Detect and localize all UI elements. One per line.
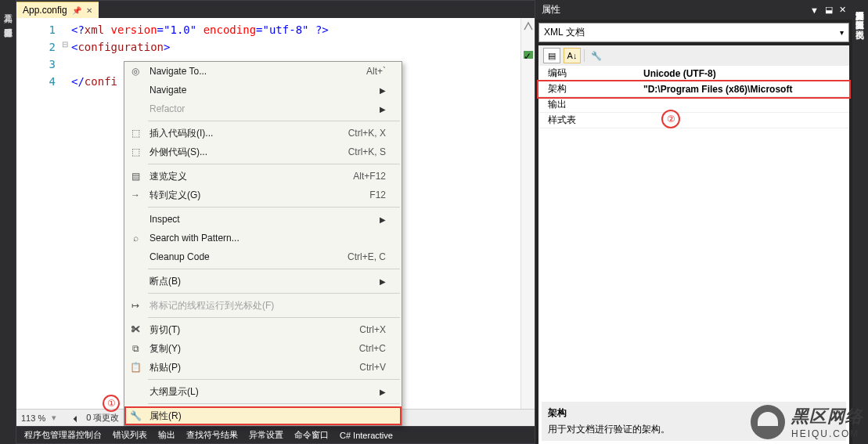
menu-item[interactable]: 大纲显示(L)▶ <box>124 382 402 401</box>
close-icon[interactable]: ✕ <box>839 5 846 15</box>
bottom-tab[interactable]: 错误列表 <box>113 429 147 441</box>
menu-shortcut: Ctrl+K, X <box>348 128 386 139</box>
menu-label: Navigate <box>149 85 186 96</box>
right-dock-tab[interactable]: 解决方案资源管理器 <box>852 0 867 9</box>
menu-item[interactable]: ⌕Search with Pattern... <box>124 229 402 247</box>
menu-item[interactable]: ⬚外侧代码(S)...Ctrl+K, S <box>124 143 402 161</box>
menu-item[interactable]: Navigate▶ <box>124 81 402 99</box>
property-key: 编码 <box>538 67 640 80</box>
menu-icon: ✀ <box>129 324 142 335</box>
pin-icon[interactable]: ⬓ <box>825 5 833 15</box>
menu-icon: 🔧 <box>129 410 142 421</box>
watermark-brand: 黑区网络 <box>791 406 863 426</box>
menu-label: 插入代码段(I)... <box>149 127 213 140</box>
chevron-right-icon: ▶ <box>380 277 386 286</box>
property-row[interactable]: 编码Unicode (UTF-8) <box>538 66 849 81</box>
wrench-icon[interactable]: 🔧 <box>588 48 605 63</box>
property-row[interactable]: 架构"D:\Program Files (x86)\Microsoft <box>538 81 849 97</box>
menu-label: Refactor <box>149 103 185 114</box>
property-row[interactable]: 样式表 <box>538 113 849 128</box>
menu-label: Search with Pattern... <box>149 233 240 244</box>
property-value[interactable]: "D:\Program Files (x86)\Microsoft <box>640 84 849 95</box>
property-value[interactable]: Unicode (UTF-8) <box>640 68 849 79</box>
change-marker-icon: ✓ <box>524 51 533 59</box>
menu-item[interactable]: ▤速览定义Alt+F12 <box>124 167 402 186</box>
left-dock-tab[interactable]: 服务器资源管理器 <box>1 18 16 26</box>
file-tab[interactable]: App.config 📌 ✕ <box>16 2 99 18</box>
menu-shortcut: Ctrl+X <box>359 324 386 335</box>
watermark-logo-icon <box>751 405 785 439</box>
annotation-circle-2: ② <box>661 110 680 128</box>
menu-label: Navigate To... <box>149 66 207 77</box>
property-key: 样式表 <box>538 114 640 127</box>
scroll-indicator[interactable]: ✓ <box>520 18 535 409</box>
tabbar: App.config 📌 ✕ <box>16 1 535 18</box>
menu-label: 外侧代码(S)... <box>149 146 207 159</box>
left-dock: 工具箱 服务器资源管理器 <box>0 0 16 444</box>
menu-icon: ⌕ <box>129 233 142 244</box>
menu-item[interactable]: 📋粘贴(P)Ctrl+V <box>124 358 402 377</box>
watermark-sub: HEIQU.COM <box>791 428 863 439</box>
menu-label: Cleanup Code <box>149 251 210 262</box>
right-dock-tab[interactable]: 类视图 <box>852 19 867 28</box>
properties-toolbar: ▤ A↓ 🔧 <box>538 45 849 66</box>
chevron-right-icon: ▶ <box>380 388 386 396</box>
menu-item[interactable]: Inspect▶ <box>124 210 402 229</box>
property-row[interactable]: 输出 <box>538 97 849 113</box>
context-menu: ◎Navigate To...Alt+`Navigate▶Refactor▶⬚插… <box>124 61 402 426</box>
menu-item[interactable]: Cleanup CodeCtrl+E, C <box>124 247 402 266</box>
menu-item[interactable]: →转到定义(G)F12 <box>124 186 402 204</box>
menu-icon: ⬚ <box>129 128 142 139</box>
watermark: 黑区网络 HEIQU.COM <box>751 405 863 439</box>
menu-shortcut: Ctrl+V <box>359 362 386 373</box>
dropdown-icon[interactable]: ▼ <box>810 5 819 15</box>
bottom-tab[interactable]: 异常设置 <box>249 429 283 441</box>
line-number: 3 <box>16 56 56 73</box>
menu-label: 速览定义 <box>149 170 187 183</box>
object-selector[interactable]: XML 文档 ▾ <box>538 23 849 42</box>
menu-label: 粘贴(P) <box>149 361 181 374</box>
menu-shortcut: Ctrl+E, C <box>348 251 386 262</box>
menu-shortcut: Ctrl+C <box>359 343 386 354</box>
bottom-tab[interactable]: 查找符号结果 <box>186 429 238 441</box>
menu-item[interactable]: ✀剪切(T)Ctrl+X <box>124 320 402 339</box>
close-icon[interactable]: ✕ <box>86 6 92 15</box>
menu-label: 断点(B) <box>149 275 181 288</box>
menu-shortcut: F12 <box>369 190 386 200</box>
menu-item[interactable]: ⧉复制(Y)Ctrl+C <box>124 339 402 358</box>
menu-item[interactable]: 🔧属性(R) <box>124 406 402 425</box>
properties-header: 属性 ▼ ⬓ ✕ <box>535 0 852 20</box>
chevron-down-icon: ▾ <box>840 28 844 37</box>
menu-item[interactable]: ◎Navigate To...Alt+` <box>124 62 402 81</box>
alphabetical-sort-icon[interactable]: A↓ <box>564 48 581 63</box>
line-number: 2 <box>16 38 56 56</box>
properties-grid: 编码Unicode (UTF-8)架构"D:\Program Files (x8… <box>538 66 849 444</box>
menu-item[interactable]: ⬚插入代码段(I)...Ctrl+K, X <box>124 124 402 143</box>
bottom-tab[interactable]: C# Interactive <box>340 431 393 440</box>
bottom-tab[interactable]: 程序包管理器控制台 <box>24 429 102 441</box>
right-dock-tab[interactable]: 团队资源管理器 <box>852 9 867 19</box>
menu-label: 复制(Y) <box>149 342 181 356</box>
menu-icon: ▤ <box>129 171 142 182</box>
menu-label: 转到定义(G) <box>149 189 200 202</box>
menu-label: 将标记的线程运行到光标处(F) <box>149 299 274 312</box>
bottom-tab[interactable]: 命令窗口 <box>294 429 329 441</box>
categorized-icon[interactable]: ▤ <box>543 48 560 63</box>
menu-icon: → <box>129 190 142 200</box>
pin-icon[interactable]: 📌 <box>72 6 81 15</box>
left-dock-tab[interactable]: 工具箱 <box>1 4 16 12</box>
menu-item: ↦将标记的线程运行到光标处(F) <box>124 296 402 315</box>
line-number: 1 <box>16 21 56 38</box>
zoom-level[interactable]: 113 % <box>21 413 45 423</box>
menu-item[interactable]: 断点(B)▶ <box>124 272 402 291</box>
menu-label: 属性(R) <box>149 410 182 423</box>
menu-label: 剪切(T) <box>149 323 180 337</box>
prev-change-icon[interactable]: ⏴ <box>71 413 80 423</box>
bottom-tab[interactable]: 输出 <box>158 429 175 441</box>
outline-toggle-icon[interactable]: ⊟ <box>62 40 68 49</box>
menu-item: Refactor▶ <box>124 99 402 118</box>
nav-top-icon[interactable] <box>523 20 534 31</box>
properties-panel: 属性 ▼ ⬓ ✕ XML 文档 ▾ ▤ A↓ 🔧 编码Unicode (UTF-… <box>535 0 852 444</box>
chevron-right-icon: ▶ <box>380 86 386 95</box>
file-tab-label: App.config <box>23 5 67 16</box>
